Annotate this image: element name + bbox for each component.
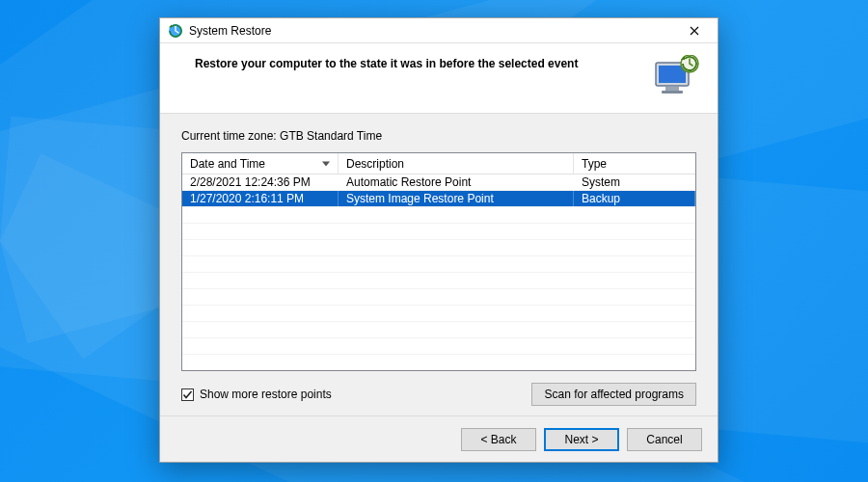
cancel-button[interactable]: Cancel [627,428,702,451]
checkmark-icon [182,389,193,400]
list-body: 2/28/2021 12:24:36 PMAutomatic Restore P… [182,174,695,370]
timezone-label: Current time zone: GTB Standard Time [181,129,696,143]
close-icon [690,26,699,36]
empty-row [182,306,695,322]
system-restore-icon [168,23,183,39]
titlebar: System Restore [160,18,718,43]
empty-row [182,289,695,306]
empty-row [182,256,695,273]
cell-type: System [574,174,695,190]
restore-monitor-icon [654,55,700,95]
empty-row [182,273,695,289]
column-header-date[interactable]: Date and Time [182,153,339,174]
checkbox-box [181,388,194,401]
wizard-body: Current time zone: GTB Standard Time Dat… [160,114,718,415]
scan-affected-button[interactable]: Scan for affected programs [531,383,696,406]
checkbox-label: Show more restore points [200,388,332,401]
list-header: Date and Time Description Type [182,153,695,174]
back-button[interactable]: < Back [461,428,536,451]
cell-date: 1/27/2020 2:16:11 PM [182,191,339,206]
window-title: System Restore [189,24,677,38]
svg-rect-4 [662,91,683,94]
list-footer: Show more restore points Scan for affect… [181,371,696,406]
cell-desc: Automatic Restore Point [339,174,574,190]
empty-row [182,240,695,256]
wizard-footer: < Back Next > Cancel [160,415,718,462]
system-restore-dialog: System Restore Restore your computer to … [159,17,719,463]
cell-desc: System Image Restore Point [339,191,574,206]
column-header-description[interactable]: Description [339,153,574,174]
empty-row [182,322,695,338]
cell-date: 2/28/2021 12:24:36 PM [182,174,339,190]
empty-row [182,224,695,240]
svg-rect-3 [665,87,679,91]
wizard-heading: Restore your computer to the state it wa… [195,55,642,70]
empty-row [182,207,695,224]
show-more-checkbox[interactable]: Show more restore points [181,388,332,401]
empty-row [182,338,695,355]
close-button[interactable] [677,21,712,40]
table-row[interactable]: 1/27/2020 2:16:11 PMSystem Image Restore… [182,191,695,207]
next-button[interactable]: Next > [544,428,619,451]
table-row[interactable]: 2/28/2021 12:24:36 PMAutomatic Restore P… [182,174,695,191]
cell-type: Backup [574,191,695,206]
restore-points-list: Date and Time Description Type 2/28/2021… [181,152,696,371]
wizard-header: Restore your computer to the state it wa… [160,43,718,114]
column-header-type[interactable]: Type [574,153,695,174]
